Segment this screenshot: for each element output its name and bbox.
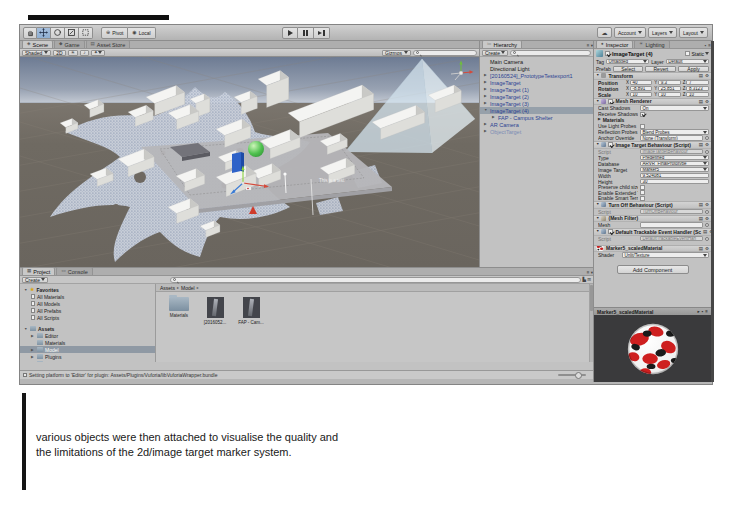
lock-icon[interactable]: ▪ xyxy=(705,43,707,48)
gear-icon[interactable]: ⚙ xyxy=(705,216,709,221)
component-enabled-checkbox[interactable] xyxy=(608,229,613,234)
collapse-arrow-icon[interactable]: ▼ xyxy=(24,327,28,331)
foldout-icon[interactable]: ▶ xyxy=(598,118,601,122)
gear-icon[interactable]: ⚙ xyxy=(705,142,709,147)
gear-icon[interactable]: ⚙ xyxy=(705,246,709,251)
component-enabled-checkbox[interactable] xyxy=(608,99,613,104)
object-picker-icon[interactable] xyxy=(705,136,709,140)
favorites-item[interactable]: All Prefabs xyxy=(20,307,155,314)
trackable-event-handler-header[interactable]: ▼ Default Trackable Event Handler (Sc ▤⚙ xyxy=(594,228,711,236)
expand-arrow-icon[interactable]: ▶ xyxy=(31,334,35,338)
shader-dropdown[interactable]: Unlit/Texture xyxy=(622,252,709,257)
layer-dropdown[interactable]: Default xyxy=(666,59,709,64)
hierarchy-item[interactable]: ▶FAP - Campus Shelter xyxy=(480,114,593,121)
height-field[interactable]: 30 xyxy=(640,179,709,184)
add-component-button[interactable]: Add Component xyxy=(617,265,689,274)
image-target-dropdown[interactable]: Marker5 xyxy=(640,167,709,172)
expand-arrow-icon[interactable]: ▶ xyxy=(31,348,35,352)
tab-project[interactable]: ▦Project xyxy=(22,267,55,275)
scene-lighting-toggle[interactable]: ☀ xyxy=(68,50,78,56)
scale-y-field[interactable]: 10 xyxy=(658,92,680,97)
expand-arrow-icon[interactable]: ▶ xyxy=(484,74,488,78)
project-view-options-icon[interactable]: ▙ ⊞ xyxy=(583,277,591,282)
expand-arrow-icon[interactable]: ▶ xyxy=(31,362,35,363)
local-button[interactable]: ◉Local xyxy=(128,27,155,39)
scene-audio-toggle[interactable]: ♪ xyxy=(80,50,89,56)
scene-viewport[interactable]: This is a test xyxy=(20,57,479,267)
tab-asset-store[interactable]: ▤Asset Store xyxy=(86,40,131,48)
expand-arrow-icon[interactable]: ▶ xyxy=(492,116,496,120)
active-checkbox[interactable] xyxy=(605,51,610,56)
asset-item-model[interactable]: FAP - Cam... xyxy=(236,297,266,325)
gear-icon[interactable]: ⚙ xyxy=(705,99,709,104)
2d-toggle[interactable]: 2D xyxy=(53,50,65,56)
tab-console[interactable]: ▭Console xyxy=(56,267,92,275)
expand-arrow-icon[interactable]: ▶ xyxy=(484,130,488,134)
material-preview[interactable] xyxy=(594,315,711,382)
anchor-override-field[interactable]: None (Transform) xyxy=(640,135,703,140)
width-field[interactable]: 9.524081 xyxy=(640,173,709,178)
hierarchy-item[interactable]: ▶[20160524]_PrototypeTestexport1 xyxy=(480,72,593,79)
rotate-tool-icon[interactable] xyxy=(51,27,65,39)
material-header[interactable]: Marker5_scaledMaterial ▤⚙ xyxy=(594,245,711,253)
expand-arrow-icon[interactable]: ▶ xyxy=(484,95,488,99)
project-create-dropdown[interactable]: Create xyxy=(22,277,48,283)
hierarchy-search-input[interactable] xyxy=(510,50,591,56)
hand-tool-icon[interactable] xyxy=(23,27,37,39)
tag-dropdown[interactable]: Untagged xyxy=(606,59,649,64)
hierarchy-item[interactable]: ▶ImageTarget (3) xyxy=(480,100,593,107)
thumbnail-size-slider[interactable] xyxy=(558,374,586,376)
position-x-field[interactable]: 40 xyxy=(630,80,652,85)
tree-folder-selected[interactable]: ▶Model xyxy=(20,346,155,353)
tree-folder[interactable]: ▶Plugins xyxy=(20,353,155,360)
expand-arrow-icon[interactable]: ▶ xyxy=(484,88,488,92)
breadcrumb-root[interactable]: Assets xyxy=(160,285,175,291)
asset-item-folder[interactable]: Materials xyxy=(164,297,194,325)
help-book-icon[interactable]: ▤ xyxy=(699,202,703,207)
expand-arrow-icon[interactable]: ▶ xyxy=(484,123,488,127)
account-dropdown[interactable]: Account xyxy=(614,27,646,38)
use-light-probes-checkbox[interactable] xyxy=(640,124,645,129)
image-target-behaviour-header[interactable]: ▼ Image Target Behaviour (Script) ▤⚙ xyxy=(594,141,711,149)
assets-root[interactable]: ▼Assets xyxy=(20,325,155,332)
receive-shadows-checkbox[interactable] xyxy=(640,112,645,117)
object-picker-icon[interactable] xyxy=(705,150,709,154)
layout-dropdown[interactable]: Layout xyxy=(679,27,708,38)
favorites-item[interactable]: All Materials xyxy=(20,293,155,300)
pivot-button[interactable]: ⊕Pivot xyxy=(101,27,128,39)
turn-off-behaviour-header[interactable]: ▼ Turn Off Behaviour (Script) ▤⚙ xyxy=(594,201,711,209)
tab-scene[interactable]: ◈Scene xyxy=(22,40,53,48)
help-book-icon[interactable]: ▤ xyxy=(699,216,703,221)
move-tool-icon[interactable] xyxy=(37,27,51,39)
project-search-input[interactable] xyxy=(170,277,581,283)
collapse-arrow-icon[interactable]: ▼ xyxy=(24,288,28,292)
preview-options-icon[interactable]: ▪ xyxy=(702,309,704,314)
component-enabled-checkbox[interactable] xyxy=(608,142,613,147)
expand-arrow-icon[interactable]: ▶ xyxy=(31,355,35,359)
hierarchy-item[interactable]: Main Camera xyxy=(480,58,593,65)
mesh-renderer-header[interactable]: ▼ Mesh Renderer ▤⚙ xyxy=(594,98,711,106)
prefab-apply-button[interactable]: Apply xyxy=(678,66,709,72)
scene-effects-dropdown[interactable]: ✦ xyxy=(91,50,105,56)
help-book-icon[interactable]: ▤ xyxy=(699,99,703,104)
tab-lighting[interactable]: ☀Lighting xyxy=(634,41,669,48)
layers-dropdown[interactable]: Layers xyxy=(648,27,677,38)
type-dropdown[interactable]: Predefined xyxy=(640,155,709,160)
chevron-down-icon[interactable] xyxy=(705,52,709,55)
expand-arrow-icon[interactable]: ▶ xyxy=(484,81,488,85)
preserve-child-size-checkbox[interactable] xyxy=(640,185,645,190)
favorites-item[interactable]: All Models xyxy=(20,300,155,307)
tree-folder[interactable]: Materials xyxy=(20,339,155,346)
rotation-x-field[interactable]: -8.891 xyxy=(630,86,652,91)
help-book-icon[interactable]: ▤ xyxy=(699,73,703,78)
gear-icon[interactable]: ⚙ xyxy=(705,202,709,207)
tree-folder[interactable]: ▶Editor xyxy=(20,332,155,339)
cloud-icon[interactable]: ☁ xyxy=(597,27,612,38)
asset-item-model[interactable]: [2016052... xyxy=(200,297,230,325)
enable-extended-tracking-checkbox[interactable] xyxy=(640,190,645,195)
pause-button[interactable] xyxy=(298,27,314,39)
tab-hierarchy[interactable]: ≔Hierarchy xyxy=(482,40,522,48)
hierarchy-item[interactable]: ▶ImageTarget xyxy=(480,79,593,86)
cast-shadows-dropdown[interactable]: On xyxy=(640,105,709,110)
play-button[interactable] xyxy=(282,27,298,39)
